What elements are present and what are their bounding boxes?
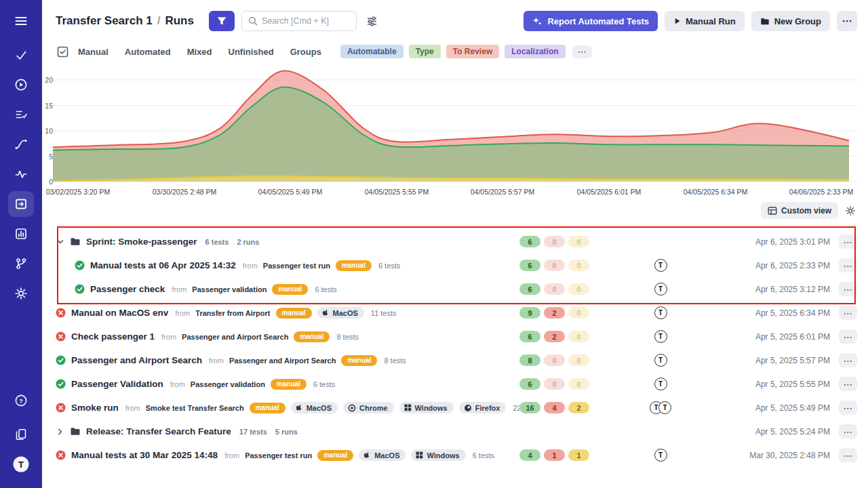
- row-menu-button[interactable]: ⋯: [839, 353, 857, 367]
- group-title[interactable]: Sprint: Smoke-passenger: [86, 237, 197, 247]
- x-axis-tick: 04/06/2025 2:33 PM: [789, 188, 854, 196]
- sidebar-item-flow[interactable]: [8, 131, 34, 157]
- assignee-avatar[interactable]: T: [654, 283, 667, 296]
- run-title[interactable]: Manual tests at 30 Mar 2025 14:48: [71, 450, 218, 460]
- run-title[interactable]: Passenger and Airport Search: [71, 355, 202, 365]
- run-row[interactable]: Passenger ValidationfromPassenger valida…: [42, 372, 868, 396]
- passed-count: 6: [519, 331, 540, 342]
- sidebar-item-tasks-check[interactable]: [8, 42, 34, 68]
- tags-more-button[interactable]: ⋯: [572, 45, 592, 58]
- chevron-down-icon[interactable]: [56, 238, 64, 246]
- run-source[interactable]: Passenger test run: [245, 451, 312, 460]
- sidebar-item-test-runs[interactable]: [8, 191, 34, 217]
- select-all-icon[interactable]: [57, 46, 68, 58]
- tab-manual[interactable]: Manual: [78, 47, 108, 57]
- run-row[interactable]: Manual tests at 06 Apr 2025 14:32fromPas…: [42, 253, 868, 277]
- sidebar-item-menu[interactable]: [8, 8, 34, 34]
- firefox-icon: [464, 404, 472, 412]
- row-menu-button[interactable]: ⋯: [839, 282, 857, 296]
- result-counts: 1642: [519, 402, 599, 413]
- row-menu-button[interactable]: ⋯: [839, 306, 857, 320]
- assignee-avatar[interactable]: T: [654, 259, 667, 272]
- row-menu-button[interactable]: ⋯: [839, 377, 857, 391]
- assignee-avatar[interactable]: T: [654, 354, 667, 367]
- sidebar-item-reports[interactable]: [8, 221, 34, 247]
- search-input[interactable]: [262, 16, 350, 26]
- sidebar-item-help[interactable]: ?: [8, 388, 34, 413]
- filter-tag-type[interactable]: Type: [409, 45, 441, 58]
- status-failed-icon: [56, 331, 66, 342]
- run-row[interactable]: Manual on MacOS envfromTransfer from Air…: [42, 301, 868, 325]
- run-row[interactable]: Passenger and Airport SearchfromPassenge…: [42, 348, 868, 372]
- tests-count: 6 tests: [313, 380, 335, 388]
- manual-badge: manual: [317, 450, 353, 461]
- run-title[interactable]: Check passenger 1: [71, 331, 155, 342]
- folder-icon: [70, 237, 81, 247]
- filter-tag-to-review[interactable]: To Review: [446, 45, 499, 58]
- sidebar-item-run-play[interactable]: [8, 72, 34, 98]
- filter-tag-automatable[interactable]: Automatable: [340, 45, 403, 58]
- group-row[interactable]: Sprint: Smoke-passenger6 tests2 runs600A…: [42, 230, 868, 253]
- run-row[interactable]: Check passenger 1fromPassenger and Airpo…: [42, 325, 868, 348]
- run-title[interactable]: Smoke run: [71, 403, 119, 413]
- tab-mixed[interactable]: Mixed: [187, 47, 212, 57]
- row-menu-button[interactable]: ⋯: [839, 401, 857, 415]
- filter-tag-localization[interactable]: Localization: [505, 45, 565, 58]
- report-automated-tests-button[interactable]: Report Automated Tests: [524, 11, 658, 31]
- custom-view-button[interactable]: Custom view: [761, 202, 838, 219]
- assignee-avatar[interactable]: T: [658, 401, 671, 414]
- macos-icon: [363, 451, 371, 460]
- sidebar-item-integrations[interactable]: [8, 251, 34, 277]
- tab-unfinished[interactable]: Unfinished: [229, 47, 274, 57]
- sidebar-item-activity[interactable]: [8, 161, 34, 187]
- group-title[interactable]: Release: Transfer Search Feature: [86, 426, 231, 436]
- result-counts: 411: [519, 449, 599, 461]
- view-settings-button[interactable]: [842, 203, 859, 219]
- chevron-right-icon[interactable]: [56, 428, 64, 436]
- assignee-avatar[interactable]: T: [654, 378, 667, 390]
- run-row[interactable]: Manual tests at 30 Mar 2025 14:48fromPas…: [42, 443, 868, 467]
- run-title[interactable]: Passenger check: [90, 284, 165, 294]
- tab-groups[interactable]: Groups: [290, 47, 321, 57]
- manual-run-button[interactable]: Manual Run: [665, 11, 745, 31]
- filter-settings-button[interactable]: [363, 13, 380, 30]
- run-source[interactable]: Smoke test Transfer Search: [146, 404, 244, 412]
- group-row[interactable]: Release: Transfer Search Feature17 tests…: [42, 420, 868, 443]
- row-menu-button[interactable]: ⋯: [839, 448, 857, 462]
- sidebar-item-settings[interactable]: [8, 281, 34, 306]
- run-source[interactable]: Passenger validation: [191, 380, 265, 388]
- filter-button[interactable]: [209, 11, 235, 31]
- group-tests-count: 17 tests: [239, 428, 267, 436]
- run-date: Apr 6, 2025 3:01 PM: [722, 237, 830, 247]
- run-source[interactable]: Passenger and Airport Search: [182, 333, 288, 341]
- run-date: Apr 5, 2025 6:34 PM: [722, 308, 830, 318]
- header-more-button[interactable]: ⋯: [837, 11, 857, 31]
- run-source[interactable]: Passenger and Airport Search: [229, 357, 336, 365]
- run-title[interactable]: Manual tests at 06 Apr 2025 14:32: [90, 260, 236, 270]
- skipped-count: 0: [568, 236, 589, 247]
- from-label: from: [243, 262, 258, 270]
- run-source[interactable]: Transfer from Airport: [195, 309, 270, 317]
- new-group-button[interactable]: New Group: [751, 11, 830, 31]
- assignee-avatars: T: [599, 306, 722, 319]
- run-row[interactable]: Passenger checkfromPassenger validationm…: [42, 277, 868, 301]
- assignee-avatar[interactable]: T: [654, 306, 667, 319]
- row-menu-button[interactable]: ⋯: [839, 424, 857, 439]
- row-menu-button[interactable]: ⋯: [839, 235, 857, 249]
- breadcrumb-project[interactable]: Transfer Search 1: [56, 14, 153, 27]
- run-source[interactable]: Passenger validation: [192, 285, 267, 293]
- run-title[interactable]: Manual on MacOS env: [71, 308, 168, 318]
- sidebar-item-test-plans[interactable]: [8, 102, 34, 127]
- run-row[interactable]: Smoke runfromSmoke test Transfer Searchm…: [42, 396, 868, 420]
- assignee-avatar[interactable]: T: [654, 330, 667, 343]
- row-main: Manual on MacOS envfromTransfer from Air…: [56, 307, 519, 319]
- run-source[interactable]: Passenger test run: [263, 262, 330, 270]
- assignee-avatar[interactable]: T: [654, 449, 667, 462]
- run-title[interactable]: Passenger Validation: [71, 379, 163, 389]
- sidebar-item-docs[interactable]: [8, 422, 34, 447]
- row-menu-button[interactable]: ⋯: [839, 258, 857, 272]
- tab-automated[interactable]: Automated: [125, 47, 171, 57]
- sidebar-item-logo[interactable]: T: [8, 451, 34, 477]
- run-date: Apr 5, 2025 6:01 PM: [722, 332, 830, 342]
- row-menu-button[interactable]: ⋯: [839, 329, 857, 344]
